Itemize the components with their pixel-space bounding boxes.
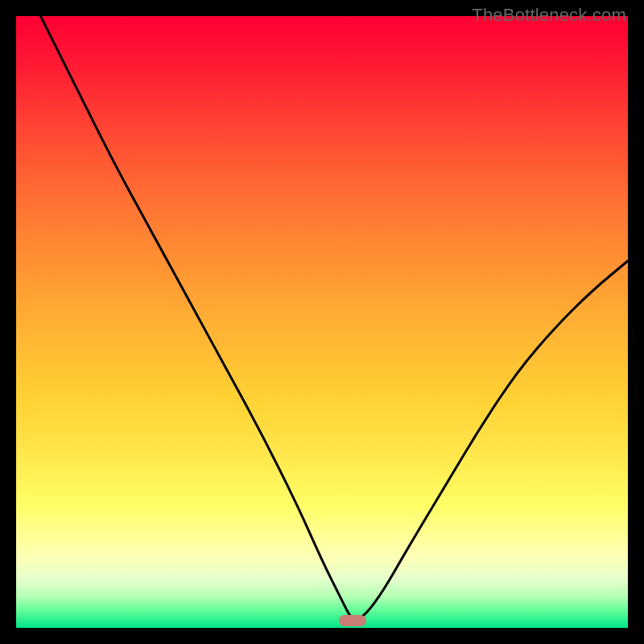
watermark-text: TheBottleneck.com — [472, 5, 626, 26]
bottleneck-curve — [16, 16, 628, 628]
chart-frame: TheBottleneck.com — [0, 0, 644, 644]
optimal-marker — [339, 615, 366, 626]
plot-area — [16, 16, 628, 628]
